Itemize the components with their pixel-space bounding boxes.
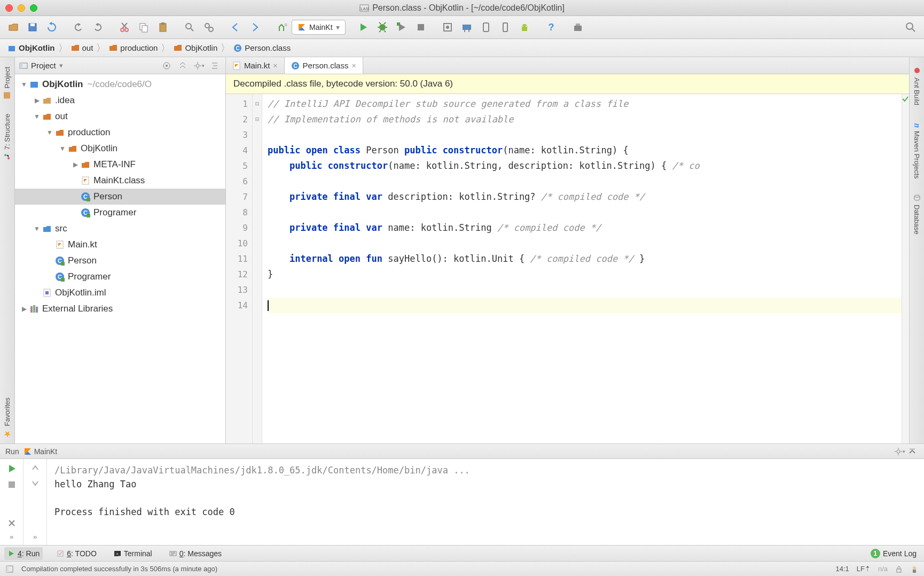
svg-rect-26 [576,24,580,26]
tree-idea[interactable]: ▶.idea [15,92,225,108]
tree-iml[interactable]: ObjKotlin.iml [15,285,225,301]
close-window[interactable] [5,4,13,12]
redo-button[interactable] [89,18,107,36]
structure-tool-tab[interactable]: 7: Structure [2,110,12,165]
crumb-out[interactable]: out [67,41,98,55]
fold-gutter[interactable]: ⊟⊟ [253,94,262,443]
debug-button[interactable] [373,18,391,36]
tree-external-libs[interactable]: ▶External Libraries [15,301,225,317]
zoom-window[interactable] [30,4,37,12]
tree-src-programer[interactable]: CProgramer [15,269,225,285]
messages-tab[interactable]: 0: Messages [166,547,225,560]
tree-person-class[interactable]: CPerson [15,189,225,205]
build-button[interactable]: 01 [272,18,291,36]
project-tool-tab[interactable]: Project [2,63,12,103]
forward-button[interactable] [246,18,264,36]
tree-out[interactable]: ▼out [15,108,225,124]
down-button[interactable] [30,478,40,488]
more-nav-button[interactable]: » [33,533,37,541]
more-button[interactable]: » [10,533,13,541]
collapse-all-button[interactable] [176,59,189,72]
device-button[interactable] [496,18,514,36]
code-content[interactable]: // IntelliJ API Decompiler stub source g… [262,94,902,443]
database-icon [913,194,921,201]
line-separator[interactable]: LF⇡ [857,565,871,573]
hector-icon[interactable] [910,565,919,573]
cut-button[interactable] [115,18,134,36]
project-tree[interactable]: ▼ObjKotlin~/code/code6/O ▶.idea ▼out ▼pr… [15,74,225,443]
svg-rect-31 [4,92,11,98]
tree-mainkt-class[interactable]: MainKt.class [15,173,225,189]
file-encoding[interactable]: n/a [878,565,888,573]
sdk-button[interactable] [458,18,476,36]
svg-text:CLASS: CLASS [359,7,369,11]
ddms-button[interactable] [477,18,495,36]
open-file-button[interactable] [4,18,22,36]
gradle-button[interactable] [569,18,587,36]
stop-process-button[interactable] [6,479,17,490]
tree-metainf[interactable]: ▶META-INF [15,157,225,173]
hide-button[interactable] [208,59,221,72]
svg-rect-19 [463,25,471,30]
crumb-root[interactable]: ObjKotlin [3,41,59,55]
svg-point-23 [526,26,527,27]
svg-rect-73 [6,566,9,572]
minimize-window[interactable] [18,4,25,12]
maven-tab[interactable]: mMaven Projects [912,116,922,183]
tree-root[interactable]: ▼ObjKotlin~/code/code6/O [15,76,225,92]
up-button[interactable] [30,463,40,473]
close-button[interactable] [7,519,16,527]
rerun-button[interactable] [6,463,17,474]
run-button[interactable] [354,18,372,36]
tree-objkotlin-out[interactable]: ▼ObjKotlin [15,141,225,157]
find-button[interactable] [181,18,199,36]
copy-button[interactable] [135,18,153,36]
todo-tab[interactable]: 6: TODO [53,547,100,560]
ant-build-tab[interactable]: Ant Build [912,63,922,110]
run-settings-button[interactable]: ▾ [893,445,906,458]
help-button[interactable]: ? [542,18,560,36]
crumb-objkotlin[interactable]: ObjKotlin [169,41,222,55]
settings-button[interactable]: ▾ [192,59,205,72]
tab-mainkt[interactable]: Main.kt× [226,57,285,74]
search-everywhere-button[interactable] [902,18,920,36]
run-output[interactable]: /Library/Java/JavaVirtualMachines/jdk1.8… [47,459,924,545]
close-tab-icon[interactable]: × [273,61,277,70]
avd-button[interactable] [438,18,457,36]
error-stripe[interactable] [902,94,909,443]
scroll-from-source-button[interactable] [160,59,173,72]
tree-mainkt[interactable]: Main.kt [15,237,225,253]
stop-button[interactable] [412,18,430,36]
terminal-tab[interactable]: >_Terminal [111,547,155,560]
module-icon [7,44,16,52]
tree-src[interactable]: ▼src [15,221,225,237]
status-icon[interactable] [5,565,14,573]
save-all-button[interactable] [24,18,42,36]
crumb-file[interactable]: CPerson.class [229,41,295,55]
tree-src-person[interactable]: CPerson [15,253,225,269]
android-button[interactable] [515,18,534,36]
cursor-position[interactable]: 14:1 [835,565,849,573]
code-editor[interactable]: 1234567891011121314 ⊟⊟ // IntelliJ API D… [226,94,909,443]
paste-button[interactable] [154,18,172,36]
favorites-tool-tab[interactable]: ★Favorites [2,393,12,443]
sync-button[interactable] [43,18,61,36]
close-tab-icon[interactable]: × [351,61,356,70]
todo-icon [57,550,64,557]
tab-person-class[interactable]: CPerson.class× [285,57,363,74]
lock-icon[interactable] [895,565,903,573]
svg-point-12 [209,27,213,32]
crumb-production[interactable]: production [105,41,162,55]
replace-button[interactable] [200,18,218,36]
run-tab[interactable]: 4: Run [4,547,43,560]
coverage-button[interactable] [393,18,411,36]
tree-programer-class[interactable]: CProgramer [15,205,225,221]
event-log-tab[interactable]: 1Event Log [867,547,920,561]
undo-button[interactable] [69,18,88,36]
tree-production[interactable]: ▼production [15,124,225,141]
database-tab[interactable]: Database [912,190,922,239]
decompiler-banner: Decompiled .class file, bytecode version… [226,74,909,94]
back-button[interactable] [226,18,245,36]
run-config-selector[interactable]: MainKt ▾ [292,20,346,35]
run-hide-button[interactable] [906,445,919,458]
